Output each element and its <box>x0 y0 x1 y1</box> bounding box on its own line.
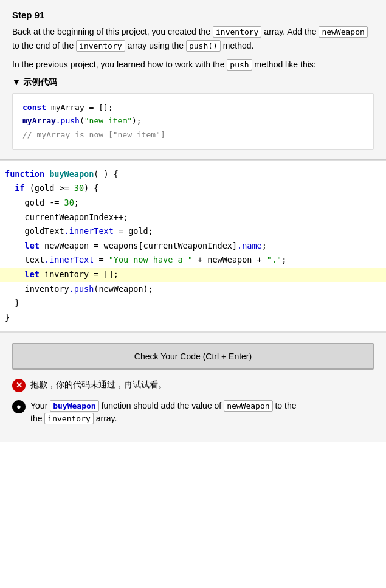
string-val: "new item" <box>84 116 132 125</box>
bottom-panel: Check Your Code (Ctrl + Enter) ✕ 抱歉，你的代码… <box>0 333 386 442</box>
number-30-1: 30 <box>74 183 84 193</box>
push-method-2: .push <box>69 284 94 294</box>
intro-text-5: method. <box>223 41 254 50</box>
push-method: .push <box>56 116 80 125</box>
code-line-11: } <box>0 311 386 325</box>
intro-text-2: array. Add the <box>264 27 316 36</box>
let-keyword-1: let <box>25 241 40 251</box>
if-keyword: if <box>15 183 24 193</box>
inventory-code-1: inventory <box>213 26 261 38</box>
toggle-label: ▼ 示例代码 <box>12 77 57 88</box>
name-prop: .name <box>237 241 262 251</box>
intro-text-4: array using the <box>127 41 184 50</box>
code-line-1: function buyWeapon( ) { <box>0 167 386 182</box>
hint-part-4: array. <box>96 413 117 423</box>
para2-text-2: method like this: <box>255 60 316 69</box>
code-line-8: let inventory = []; <box>0 268 386 282</box>
code-line-10: } <box>0 296 386 311</box>
new-weapon-code-1: newWeapon <box>319 26 367 38</box>
buy-weapon-hint-code: buyWeapon <box>50 400 98 412</box>
code-line-7: text.innerText = "You now have a " + new… <box>0 253 386 268</box>
fn-parens: ( ) { <box>94 169 119 179</box>
example-line-1: const myArray = []; <box>22 103 113 112</box>
inventory-hint-code: inventory <box>44 413 93 424</box>
info-icon: ● <box>12 400 26 413</box>
string-you-now: "You now have a " <box>109 255 193 265</box>
innertext-prop-2: .innerText <box>44 255 94 265</box>
const-keyword: const <box>22 103 46 112</box>
example-line-3: // myArray is now ["new item"] <box>22 130 165 139</box>
error-feedback: ✕ 抱歉，你的代码未通过，再试试看。 <box>12 378 374 392</box>
intro-text-3: to the end of the <box>12 41 74 50</box>
code-line-3: gold -= 30; <box>0 196 386 210</box>
array-ref: myArray <box>22 116 56 125</box>
para2-text-1: In the previous project, you learned how… <box>12 60 224 69</box>
code-editor: function buyWeapon( ) { if (gold >= 30) … <box>0 160 386 333</box>
hint-text: Your buyWeapon function should add the v… <box>30 399 374 425</box>
hint-part-3: to the <box>275 401 296 410</box>
push-code-2: push <box>227 59 252 71</box>
code-line-5: goldText.innerText = gold; <box>0 224 386 239</box>
error-icon: ✕ <box>12 379 26 392</box>
code-line-6: let newWeapon = weapons[currentWeaponInd… <box>0 239 386 254</box>
instruction-text: Back at the beginning of this project, y… <box>12 25 374 71</box>
instruction-panel: Step 91 Back at the beginning of this pr… <box>0 0 386 160</box>
example-section: ▼ 示例代码 const myArray = []; myArray.push(… <box>12 77 374 149</box>
example-line-2: myArray.push("new item"); <box>22 116 142 125</box>
inventory-code-2: inventory <box>76 40 125 52</box>
equals-sign: = []; <box>89 103 113 112</box>
code-line-2: if (gold >= 30) { <box>0 181 386 196</box>
hint-feedback: ● Your buyWeapon function should add the… <box>12 399 374 425</box>
new-weapon-hint-code: newWeapon <box>224 400 272 412</box>
function-keyword: function <box>5 169 44 179</box>
push-code-1: push() <box>186 40 221 52</box>
function-name: buyWeapon <box>44 169 94 179</box>
check-code-button[interactable]: Check Your Code (Ctrl + Enter) <box>12 343 374 370</box>
hint-part-2: function should add the value of <box>102 401 222 410</box>
code-line-4: currentWeaponIndex++; <box>0 210 386 225</box>
open-paren: ( <box>80 116 84 125</box>
hint-part-1: Your <box>30 401 47 410</box>
intro-text-1: Back at the beginning of this project, y… <box>12 27 210 36</box>
innertext-prop-1: .innerText <box>64 226 114 236</box>
var-name: myArray <box>51 103 89 112</box>
number-30-2: 30 <box>64 198 74 207</box>
let-keyword-2: let <box>25 269 40 279</box>
string-period: "." <box>267 255 281 265</box>
step-title: Step 91 <box>12 10 374 20</box>
example-toggle[interactable]: ▼ 示例代码 <box>12 77 374 88</box>
code-line-9: inventory.push(newWeapon); <box>0 282 386 297</box>
hint-indent: the <box>30 413 44 423</box>
close-paren: ); <box>132 116 142 125</box>
example-code-box: const myArray = []; myArray.push("new it… <box>12 93 374 149</box>
error-text: 抱歉，你的代码未通过，再试试看。 <box>30 378 374 391</box>
